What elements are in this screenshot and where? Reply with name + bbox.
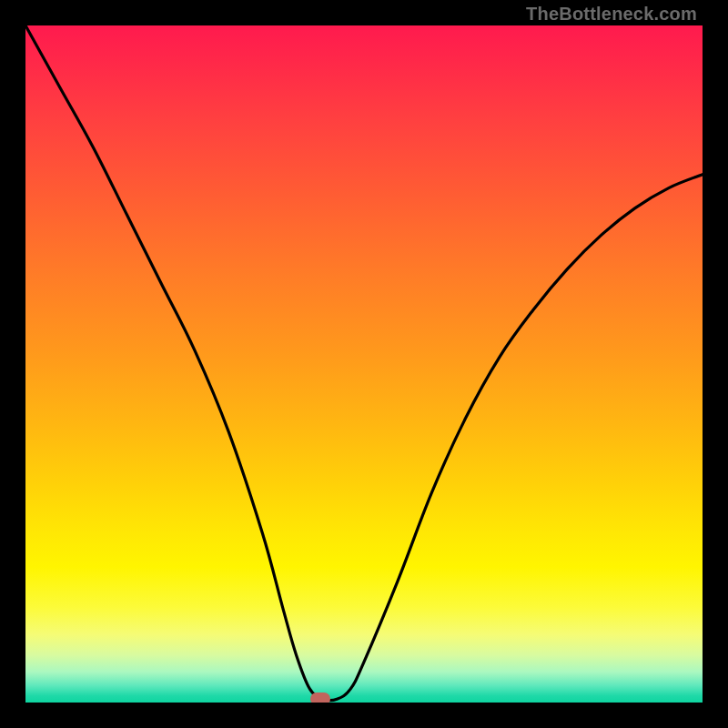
chart-frame xyxy=(0,0,728,728)
watermark-text: TheBottleneck.com xyxy=(526,4,697,25)
